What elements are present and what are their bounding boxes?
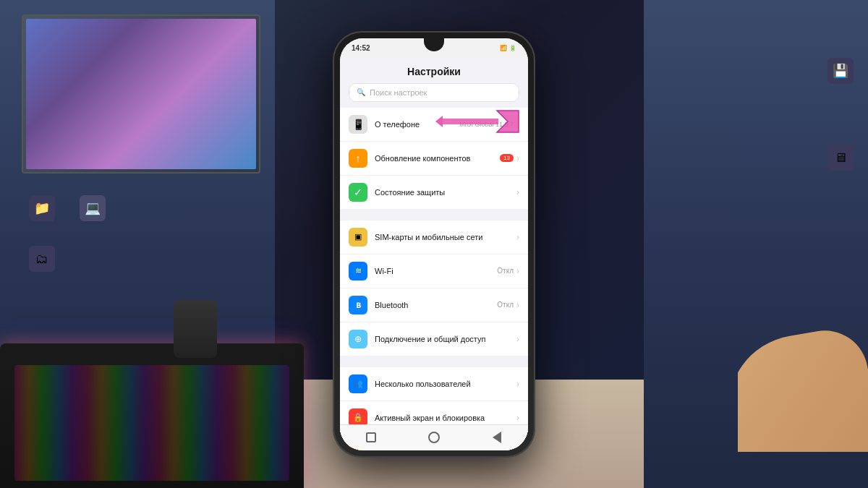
section-gap-2 xyxy=(340,361,528,367)
settings-content: Настройки 🔍 Поиск настроек 📱 О телефоне … xyxy=(340,59,528,450)
recent-icon xyxy=(366,432,376,442)
keyboard xyxy=(0,343,304,488)
icon-box-r2: 🖥 xyxy=(827,145,854,171)
keyboard-rgb-effect xyxy=(14,365,289,481)
navigation-bar xyxy=(340,424,528,450)
protection-icon-symbol: ✓ xyxy=(354,187,362,198)
settings-group-2: ▣ SIM-карты и мобильные сети › ≋ Wi-Fi О… xyxy=(340,221,528,356)
update-badge: 13 xyxy=(500,154,514,162)
wifi-icon: ≋ xyxy=(349,262,367,281)
phone-body: 14:52 📶 🔋 Настройки 🔍 Поиск настроек xyxy=(333,31,535,458)
nav-back-button[interactable] xyxy=(489,429,505,445)
desktop-icon-2: 💻 xyxy=(80,195,106,221)
lockscreen-icon-symbol: 🔒 xyxy=(353,413,363,422)
back-icon xyxy=(493,432,501,443)
icon-box-1: 📁 xyxy=(29,195,55,221)
update-icon: ↑ xyxy=(349,149,367,168)
about-label: О телефоне xyxy=(375,120,459,129)
status-icons: 📶 🔋 xyxy=(500,45,516,51)
about-icon-symbol: 📱 xyxy=(352,119,365,130)
wifi-value: Откл xyxy=(497,267,514,275)
hand-area xyxy=(738,293,868,452)
section-gap-1 xyxy=(340,215,528,221)
nav-home-button[interactable] xyxy=(426,429,442,445)
wifi-arrow: › xyxy=(516,266,519,276)
phone: 14:52 📶 🔋 Настройки 🔍 Поиск настроек xyxy=(333,31,535,458)
lockscreen-label: Активный экран и блокировка xyxy=(375,414,516,422)
icon-box-3: 🗂 xyxy=(29,246,55,272)
settings-item-update[interactable]: ↑ Обновление компонентов 13 › xyxy=(340,142,528,176)
signal-icon: 📶 xyxy=(500,45,507,51)
status-time: 14:52 xyxy=(352,44,370,52)
settings-title: Настройки xyxy=(340,59,528,83)
desktop-icon-right-2: 🖥 xyxy=(827,145,854,171)
battery-icon: 🔋 xyxy=(509,45,516,51)
settings-item-users[interactable]: 👥 Несколько пользователей › xyxy=(340,367,528,401)
bluetooth-arrow: › xyxy=(516,300,519,310)
search-bar[interactable]: 🔍 Поиск настроек xyxy=(349,83,519,102)
monitor-screen-inner xyxy=(26,19,256,169)
settings-item-connection[interactable]: ⊕ Подключение и общий доступ › xyxy=(340,322,528,356)
bluetooth-icon-symbol: ʙ xyxy=(356,300,361,310)
users-arrow: › xyxy=(516,379,519,389)
icon-box-r1: 💾 xyxy=(827,58,854,84)
wifi-label: Wi-Fi xyxy=(375,267,497,275)
wifi-icon-symbol: ≋ xyxy=(355,266,362,275)
settings-item-about[interactable]: 📱 О телефоне MIUI Global 11.0.7 › xyxy=(340,108,528,142)
settings-item-sim[interactable]: ▣ SIM-карты и мобильные сети › xyxy=(340,221,528,254)
desk-device xyxy=(174,300,217,358)
settings-item-protection[interactable]: ✓ Состояние защиты › xyxy=(340,176,528,209)
users-icon-symbol: 👥 xyxy=(353,379,363,388)
connection-icon-symbol: ⊕ xyxy=(354,334,362,344)
update-icon-symbol: ↑ xyxy=(356,153,361,164)
update-label: Обновление компонентов xyxy=(375,154,500,163)
bluetooth-icon: ʙ xyxy=(349,296,367,314)
settings-group-1: 📱 О телефоне MIUI Global 11.0.7 › ↑ Обно… xyxy=(340,108,528,209)
protection-arrow: › xyxy=(516,187,519,197)
settings-item-wifi[interactable]: ≋ Wi-Fi Откл › xyxy=(340,254,528,288)
bluetooth-value: Откл xyxy=(497,301,514,309)
desktop-icon-right-1: 💾 xyxy=(827,58,854,84)
update-arrow: › xyxy=(516,153,519,163)
about-value: MIUI Global 11.0.7 xyxy=(459,121,514,128)
connection-arrow: › xyxy=(516,334,519,344)
bluetooth-label: Bluetooth xyxy=(375,301,497,309)
phone-screen: 14:52 📶 🔋 Настройки 🔍 Поиск настроек xyxy=(340,38,528,450)
about-arrow: › xyxy=(516,119,519,129)
search-placeholder: Поиск настроек xyxy=(370,88,427,97)
protection-icon: ✓ xyxy=(349,183,367,202)
monitor-screen xyxy=(22,14,260,174)
search-icon: 🔍 xyxy=(357,88,365,96)
icon-box-2: 💻 xyxy=(80,195,106,221)
users-label: Несколько пользователей xyxy=(375,380,516,388)
sim-icon: ▣ xyxy=(349,228,367,247)
connection-icon: ⊕ xyxy=(349,330,367,348)
connection-label: Подключение и общий доступ xyxy=(375,335,516,343)
users-icon: 👥 xyxy=(349,374,367,393)
desktop-icon-3: 🗂 xyxy=(29,246,55,272)
home-icon xyxy=(428,432,440,443)
desktop-icon-1: 📁 xyxy=(29,195,55,221)
sim-icon-symbol: ▣ xyxy=(354,232,362,241)
about-icon: 📱 xyxy=(349,115,367,134)
lockscreen-arrow: › xyxy=(516,413,519,423)
nav-recent-button[interactable] xyxy=(363,429,379,445)
protection-label: Состояние защиты xyxy=(375,188,516,197)
hand-shape xyxy=(738,324,868,452)
sim-label: SIM-карты и мобильные сети xyxy=(375,233,516,241)
sim-arrow: › xyxy=(516,232,519,242)
settings-item-bluetooth[interactable]: ʙ Bluetooth Откл › xyxy=(340,288,528,322)
